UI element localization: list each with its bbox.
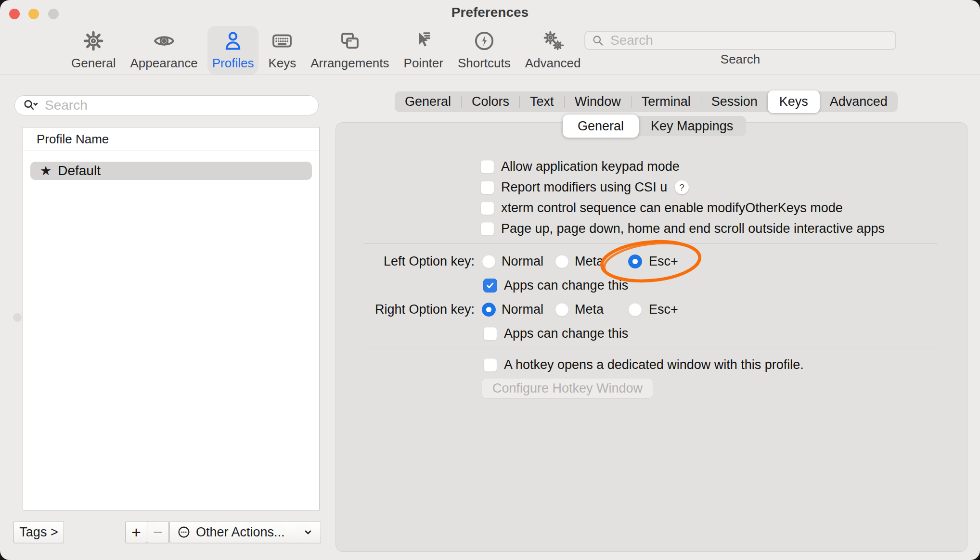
profile-search-input[interactable] xyxy=(44,97,313,114)
toolbar-item-label: Arrangements xyxy=(310,56,389,71)
tab-session[interactable]: Session xyxy=(701,91,768,112)
left-option-meta: Meta xyxy=(555,254,604,269)
right-option-esc-radio[interactable] xyxy=(628,303,642,317)
gear-icon xyxy=(81,29,105,54)
checkmark-icon xyxy=(485,280,495,291)
toolbar-search-input[interactable] xyxy=(609,32,890,49)
toolbar-item-label: Shortcuts xyxy=(458,56,511,71)
left-option-key-label: Left Option key: xyxy=(336,254,475,268)
eye-icon xyxy=(152,29,176,54)
tab-colors[interactable]: Colors xyxy=(462,91,519,112)
lightning-circle-icon xyxy=(472,29,496,54)
profile-settings-panel: Allow application keypad mode Report mod… xyxy=(335,122,967,552)
right-option-normal-radio[interactable] xyxy=(482,303,496,317)
checkbox-label: xterm control sequence can enable modify… xyxy=(501,201,843,216)
default-star-icon: ★ xyxy=(40,165,52,178)
right-apps-change-checkbox[interactable] xyxy=(483,327,497,341)
tags-button[interactable]: Tags > xyxy=(13,521,64,543)
configure-hotkey-window-button[interactable]: Configure Hotkey Window xyxy=(482,379,653,398)
window-title: Preferences xyxy=(0,5,980,20)
remove-profile-button[interactable]: − xyxy=(147,521,169,543)
profile-list: Profile Name ★ Default xyxy=(23,127,320,510)
right-option-esc: Esc+ xyxy=(628,302,678,317)
tab-text[interactable]: Text xyxy=(520,91,564,112)
left-apps-change-row: Apps can change this xyxy=(483,278,628,293)
toolbar-item-label: Appearance xyxy=(130,56,198,71)
toolbar-search-caption: Search xyxy=(584,52,896,67)
toolbar-item-label: General xyxy=(71,56,116,71)
checkbox-row: Page up, page down, home and end scroll … xyxy=(480,221,885,236)
right-option-meta: Meta xyxy=(555,302,604,317)
page-scroll-checkbox[interactable] xyxy=(480,222,494,236)
radio-label: Normal xyxy=(502,302,543,317)
left-option-esc: Esc+ xyxy=(628,254,678,269)
ellipsis-circle-icon xyxy=(177,525,191,539)
toolbar-search-field[interactable] xyxy=(584,31,896,50)
toolbar-item-label: Pointer xyxy=(404,56,443,71)
subtab-general[interactable]: General xyxy=(563,115,639,138)
splitter-dot xyxy=(13,313,22,322)
profile-list-header: Profile Name xyxy=(23,127,319,151)
checkbox-row: xterm control sequence can enable modify… xyxy=(480,201,843,216)
toolbar-item-pointer[interactable]: Pointer xyxy=(399,26,448,75)
csi-u-checkbox[interactable] xyxy=(480,180,494,194)
toolbar-item-keys[interactable]: Keys xyxy=(263,26,301,75)
hotkey-window-checkbox[interactable] xyxy=(483,358,497,372)
titlebar: Preferences General Appearance Profiles … xyxy=(0,0,980,75)
add-profile-button[interactable]: + xyxy=(125,521,147,543)
modify-other-keys-checkbox[interactable] xyxy=(480,201,494,215)
radio-label: Esc+ xyxy=(649,254,678,269)
right-apps-change-row: Apps can change this xyxy=(483,326,628,341)
right-option-meta-radio[interactable] xyxy=(555,303,569,317)
tab-window[interactable]: Window xyxy=(565,91,631,112)
preferences-toolbar: General Appearance Profiles Keys Arrange… xyxy=(66,26,585,75)
cursor-icon xyxy=(412,29,436,54)
toolbar-item-label: Keys xyxy=(268,56,296,71)
radio-label: Esc+ xyxy=(649,302,678,317)
person-icon xyxy=(221,29,245,54)
checkbox-row: Allow application keypad mode xyxy=(480,159,680,174)
scoped-search-icon xyxy=(23,98,39,113)
tab-general[interactable]: General xyxy=(395,91,461,112)
toolbar-item-profiles[interactable]: Profiles xyxy=(207,26,259,75)
left-apps-change-checkbox[interactable] xyxy=(483,279,497,293)
checkbox-row: Report modifiers using CSI u ? xyxy=(480,180,689,195)
checkbox-label: Page up, page down, home and end scroll … xyxy=(501,221,885,236)
left-option-esc-radio[interactable] xyxy=(628,255,642,268)
subtab-key-mappings[interactable]: Key Mappings xyxy=(638,116,746,136)
checkbox-label: A hotkey opens a dedicated window with t… xyxy=(504,357,804,372)
profile-row-default[interactable]: ★ Default xyxy=(30,162,312,180)
profile-search-field[interactable] xyxy=(14,95,319,115)
checkbox-label: Report modifiers using CSI u xyxy=(501,180,667,195)
gears-icon xyxy=(541,29,565,54)
radio-label: Meta xyxy=(575,302,604,317)
section-divider xyxy=(364,348,938,348)
chevron-down-icon xyxy=(302,526,314,538)
toolbar-item-advanced[interactable]: Advanced xyxy=(520,26,586,75)
toolbar-item-general[interactable]: General xyxy=(66,26,121,75)
right-option-key-label: Right Option key: xyxy=(336,302,475,317)
profile-tab-strip: General Colors Text Window Terminal Sess… xyxy=(395,91,898,112)
left-option-normal-radio[interactable] xyxy=(482,255,496,268)
toolbar-item-shortcuts[interactable]: Shortcuts xyxy=(453,26,516,75)
allow-keypad-checkbox[interactable] xyxy=(480,160,494,174)
tab-terminal[interactable]: Terminal xyxy=(632,91,701,112)
other-actions-dropdown[interactable]: Other Actions... xyxy=(169,521,321,543)
hotkey-row: A hotkey opens a dedicated window with t… xyxy=(483,357,804,372)
toolbar-item-appearance[interactable]: Appearance xyxy=(126,26,203,75)
checkbox-label: Apps can change this xyxy=(504,326,628,341)
checkbox-label: Allow application keypad mode xyxy=(501,159,680,174)
radio-label: Normal xyxy=(502,254,543,269)
section-divider xyxy=(364,243,938,244)
windows-icon xyxy=(338,29,362,54)
left-option-meta-radio[interactable] xyxy=(555,255,569,268)
tab-keys[interactable]: Keys xyxy=(768,90,820,113)
right-option-normal: Normal xyxy=(482,302,543,317)
keys-subtab-strip: General Key Mappings xyxy=(564,116,746,136)
tab-advanced[interactable]: Advanced xyxy=(820,91,898,112)
toolbar-item-label: Advanced xyxy=(525,56,581,71)
toolbar-item-arrangements[interactable]: Arrangements xyxy=(306,26,394,75)
toolbar-item-label: Profiles xyxy=(212,56,254,71)
help-button[interactable]: ? xyxy=(675,180,689,194)
keyboard-icon xyxy=(270,29,294,54)
